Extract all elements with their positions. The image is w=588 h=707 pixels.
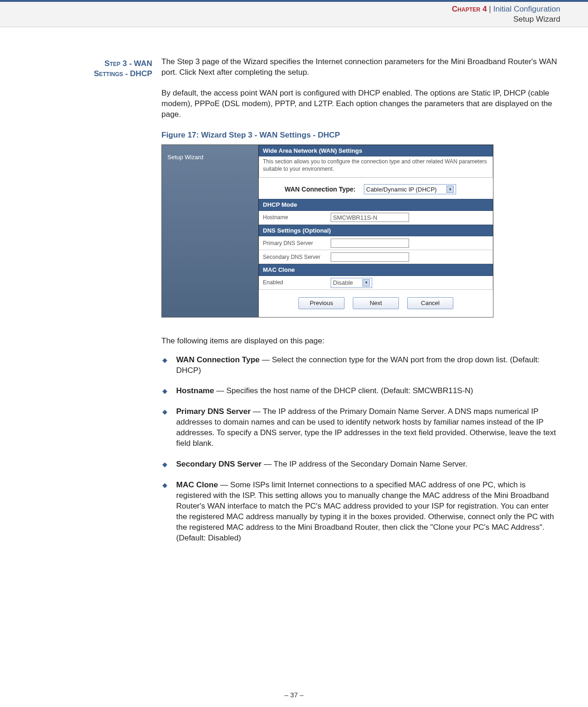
step-heading-line2: Settings - DHCP — [94, 69, 152, 78]
mac-enable-select[interactable]: Disable ▾ — [331, 278, 372, 288]
page-number: – 37 – — [0, 691, 588, 699]
secondary-dns-input[interactable] — [331, 252, 409, 262]
step-heading: Step 3 - WAN Settings - DHCP — [0, 59, 152, 79]
header-subtitle: Setup Wizard — [0, 15, 560, 24]
previous-button[interactable]: Previous — [298, 297, 344, 309]
primary-dns-input[interactable] — [331, 239, 409, 248]
mac-enable-row: Enabled Disable ▾ — [259, 276, 493, 290]
primary-dns-label: Primary DNS Server — [259, 240, 331, 247]
connection-type-label: WAN Connection Type: — [262, 185, 364, 194]
chapter-title: Initial Configuration — [493, 5, 560, 13]
next-button[interactable]: Next — [353, 297, 399, 309]
item-desc: — The IP address of the Secondary Domain… — [261, 460, 467, 468]
dns-section-bar: DNS Settings (Optional) — [259, 225, 493, 237]
item-term: MAC Clone — [176, 480, 218, 489]
item-term: Hostname — [176, 386, 214, 395]
secondary-dns-label: Secondary DNS Server — [259, 253, 331, 261]
cancel-button[interactable]: Cancel — [407, 297, 453, 309]
primary-dns-row: Primary DNS Server — [259, 236, 493, 250]
connection-type-select[interactable]: Cable/Dynamic IP (DHCP) ▾ — [364, 184, 456, 194]
sidebar-label[interactable]: Setup Wizard — [167, 154, 203, 161]
item-desc: — Some ISPs limit Internet connections t… — [176, 480, 554, 542]
list-item: MAC Clone — Some ISPs limit Internet con… — [161, 480, 560, 544]
figure-caption: Figure 17: Wizard Step 3 - WAN Settings … — [161, 130, 560, 141]
hostname-input[interactable]: SMCWBR11S-N — [331, 213, 409, 222]
wizard-main-panel: Wide Area Network (WAN) Settings This se… — [259, 145, 493, 317]
chapter-separator: | — [487, 5, 493, 13]
list-item: Secondary DNS Server — The IP address of… — [161, 459, 560, 470]
connection-type-value: Cable/Dynamic IP (DHCP) — [366, 186, 437, 194]
step-heading-line1: Step 3 - WAN — [104, 59, 152, 68]
hostname-label: Hostname — [259, 214, 331, 221]
wizard-button-row: Previous Next Cancel — [259, 290, 493, 317]
paragraph-1: The Step 3 page of the Wizard specifies … — [161, 57, 560, 78]
list-item: WAN Connection Type — Select the connect… — [161, 355, 560, 376]
wizard-sidebar: Setup Wizard — [162, 145, 259, 317]
chapter-label: Chapter 4 — [452, 5, 487, 13]
item-term: Primary DNS Server — [176, 407, 251, 416]
panel-description: This section allows you to configure the… — [259, 156, 493, 178]
list-item: Hostname — Specifies the host name of th… — [161, 386, 560, 396]
item-term: Secondary DNS Server — [176, 460, 261, 468]
paragraph-2: By default, the access point WAN port is… — [161, 88, 560, 120]
item-desc: — Specifies the host name of the DHCP cl… — [214, 386, 473, 395]
chevron-down-icon[interactable]: ▾ — [446, 186, 454, 193]
chevron-down-icon[interactable]: ▾ — [362, 279, 370, 287]
dhcp-section-bar: DHCP Mode — [259, 199, 493, 211]
mac-enable-value: Disable — [333, 279, 353, 287]
item-term: WAN Connection Type — [176, 355, 260, 364]
hostname-row: Hostname SMCWBR11S-N — [259, 211, 493, 225]
items-intro: The following items are displayed on thi… — [161, 336, 560, 347]
secondary-dns-row: Secondary DNS Server — [259, 250, 493, 264]
mac-enable-label: Enabled — [259, 279, 331, 286]
embedded-screenshot: Setup Wizard Wide Area Network (WAN) Set… — [161, 144, 493, 318]
item-list: WAN Connection Type — Select the connect… — [161, 355, 560, 544]
panel-title-bar: Wide Area Network (WAN) Settings — [259, 145, 493, 157]
mac-clone-section-bar: MAC Clone — [259, 264, 493, 276]
list-item: Primary DNS Server — The IP address of t… — [161, 407, 560, 449]
connection-type-row: WAN Connection Type: Cable/Dynamic IP (D… — [259, 178, 493, 199]
page-header: Chapter 4 | Initial Configuration Setup … — [0, 2, 588, 27]
